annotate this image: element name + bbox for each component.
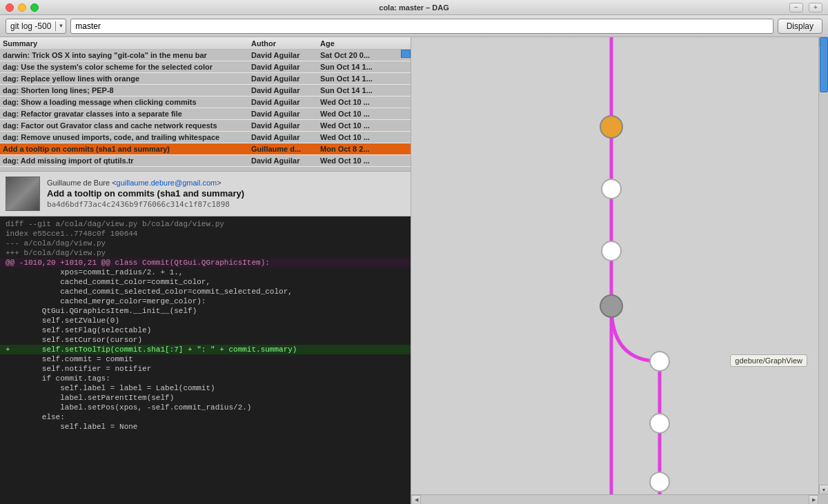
- commit-row[interactable]: dag: Remove unused imports, code, and tr…: [0, 132, 411, 143]
- commit-row[interactable]: dag: Factor out Gravator class and cache…: [0, 120, 411, 132]
- column-header-summary: Summary: [0, 39, 248, 48]
- diff-line: self.notifier = notifier: [0, 364, 411, 374]
- commit-summary-cell: darwin: Trick OS X into saying "git-cola…: [0, 51, 248, 59]
- diff-line: self.setCursor(cursor): [0, 335, 411, 345]
- diff-line: else:: [0, 412, 411, 422]
- commit-age-cell: Wed Oct 10 ...: [317, 121, 393, 130]
- toolbar: git log -500 ▼ Display: [0, 15, 828, 37]
- diff-line: + self.setToolTip(commit.sha1[:7] + ": "…: [0, 345, 411, 354]
- commit-author-cell: David Aguilar: [248, 110, 317, 118]
- avatar-image: [6, 177, 40, 211]
- scroll-down-button[interactable]: ▼: [819, 485, 828, 494]
- avatar: [6, 177, 40, 211]
- diff-line: index e55cce1..7748c0f 100644: [0, 229, 411, 239]
- vertical-scrollbar[interactable]: ▲ ▼: [818, 37, 828, 494]
- commit-author-cell: David Aguilar: [248, 133, 317, 141]
- git-log-select[interactable]: git log -500 ▼: [6, 19, 66, 34]
- dag-svg: [411, 37, 818, 494]
- svg-point-2: [600, 116, 622, 138]
- diff-content: diff --git a/cola/dag/view.py b/cola/dag…: [0, 216, 411, 434]
- horizontal-scrollbar[interactable]: ◀ ▶: [411, 494, 818, 504]
- commit-detail: Guillaume de Bure <guillaume.debure@gmai…: [0, 172, 411, 216]
- zoom-out-button[interactable]: −: [789, 3, 803, 12]
- svg-point-5: [600, 295, 622, 317]
- svg-point-3: [602, 179, 621, 199]
- commit-author-line: Guillaume de Bure <guillaume.debure@gmai…: [47, 179, 405, 187]
- dag-branch-label: gdebure/GraphView: [730, 354, 807, 367]
- diff-line: self.setZValue(0): [0, 316, 411, 325]
- scroll-left-button[interactable]: ◀: [411, 495, 421, 505]
- title-bar: cola: master – DAG − +: [0, 0, 828, 15]
- commit-age-cell: Wed Oct 10 ...: [317, 110, 393, 118]
- dag-panel: gdebure/GraphView ▲ ▼ ◀ ▶: [411, 37, 828, 504]
- commit-hash: ba4d6bdf73ac4c2436b9f76066c314c1f87c1898: [47, 200, 405, 209]
- scroll-indicator: [401, 50, 411, 58]
- commit-row[interactable]: dag: Add missing import of qtutils.tr Da…: [0, 155, 411, 167]
- commit-row[interactable]: dag: Shorten long lines; PEP-8 David Agu…: [0, 85, 411, 97]
- minimize-button[interactable]: [18, 3, 26, 12]
- column-header-author: Author: [248, 39, 317, 48]
- diff-line: diff --git a/cola/dag/view.py b/cola/dag…: [0, 219, 411, 229]
- diff-line: self.commit = commit: [0, 354, 411, 364]
- commit-summary-cell: Add a tooltip on commits (sha1 and summa…: [0, 145, 248, 153]
- commit-age-cell: Sun Oct 14 1...: [317, 63, 393, 71]
- scrollbar-corner: [818, 494, 828, 504]
- left-panel: Summary Author Age darwin: Trick OS X in…: [0, 37, 411, 504]
- commit-list-header: Summary Author Age: [0, 37, 411, 50]
- svg-point-4: [602, 241, 621, 261]
- commit-age-cell: Sun Oct 14 1...: [317, 86, 393, 94]
- maximize-button[interactable]: [30, 3, 39, 12]
- commit-row[interactable]: dag: Use the system's color scheme for t…: [0, 61, 411, 73]
- commit-row[interactable]: dag: Show a loading message when clickin…: [0, 97, 411, 108]
- svg-point-6: [650, 352, 669, 371]
- display-button[interactable]: Display: [778, 19, 822, 34]
- commit-row[interactable]: darwin: Trick OS X into saying "git-cola…: [0, 50, 411, 61]
- commit-row[interactable]: dag: Refactor gravatar classes into a se…: [0, 108, 411, 120]
- diff-line: cached_merge_color=merge_color):: [0, 296, 411, 306]
- commit-author-cell: David Aguilar: [248, 157, 317, 165]
- diff-line: label.setParentItem(self): [0, 393, 411, 403]
- svg-point-8: [650, 472, 669, 492]
- dag-container[interactable]: gdebure/GraphView: [411, 37, 828, 504]
- commit-summary-cell: dag: Remove unused imports, code, and tr…: [0, 133, 248, 141]
- commit-summary: Add a tooltip on commits (sha1 and summa…: [47, 188, 405, 199]
- scroll-thumb[interactable]: [820, 37, 828, 92]
- commit-summary-cell: dag: Shorten long lines; PEP-8: [0, 86, 248, 94]
- commit-author-email[interactable]: guillaume.debure@gmail.com: [117, 179, 217, 187]
- close-button[interactable]: [6, 3, 14, 12]
- diff-line: QtGui.QGraphicsItem.__init__(self): [0, 306, 411, 316]
- zoom-in-button[interactable]: +: [809, 3, 822, 12]
- column-header-age: Age: [317, 39, 393, 48]
- diff-line: xpos=commit_radius/2. + 1.,: [0, 268, 411, 277]
- commit-author-name: Guillaume de Bure: [47, 179, 110, 187]
- commit-age-cell: Sun Oct 14 1...: [317, 74, 393, 83]
- git-log-label: git log -500: [6, 21, 56, 31]
- git-log-arrow-icon[interactable]: ▼: [56, 23, 66, 29]
- scroll-track-horizontal[interactable]: [421, 495, 809, 505]
- diff-line: self.label = None: [0, 422, 411, 432]
- title-bar-right: − +: [789, 3, 822, 12]
- scroll-track-vertical[interactable]: [819, 47, 828, 485]
- diff-line: self.label = label = Label(commit): [0, 383, 411, 393]
- commit-row[interactable]: Add a tooltip on commits (sha1 and summa…: [0, 143, 411, 155]
- window-title: cola: master – DAG: [379, 3, 448, 12]
- commit-author-cell: David Aguilar: [248, 98, 317, 106]
- commit-summary-cell: dag: Replace yellow lines with orange: [0, 74, 248, 83]
- diff-line: @@ -1010,20 +1010,21 @@ class Commit(QtG…: [0, 258, 411, 268]
- diff-line: label.setPos(xpos, -self.commit_radius/2…: [0, 403, 411, 412]
- commit-summary-cell: dag: Show a loading message when clickin…: [0, 98, 248, 106]
- diff-line: +++ b/cola/dag/view.py: [0, 248, 411, 258]
- svg-point-7: [650, 414, 669, 433]
- commit-age-cell: Wed Oct 10 ...: [317, 98, 393, 106]
- main-container: Summary Author Age darwin: Trick OS X in…: [0, 37, 828, 504]
- commit-row[interactable]: dag: Replace yellow lines with orange Da…: [0, 73, 411, 85]
- commit-age-cell: Wed Oct 10 ...: [317, 157, 393, 165]
- commit-author-cell: David Aguilar: [248, 74, 317, 83]
- commit-summary-cell: dag: Add missing import of qtutils.tr: [0, 157, 248, 165]
- commit-list: Summary Author Age darwin: Trick OS X in…: [0, 37, 411, 172]
- scroll-right-button[interactable]: ▶: [809, 495, 818, 505]
- commit-summary-cell: dag: Factor out Gravator class and cache…: [0, 121, 248, 130]
- commit-author-cell: David Aguilar: [248, 51, 317, 59]
- branch-input[interactable]: [70, 19, 773, 34]
- commit-summary-cell: dag: Use the system's color scheme for t…: [0, 63, 248, 71]
